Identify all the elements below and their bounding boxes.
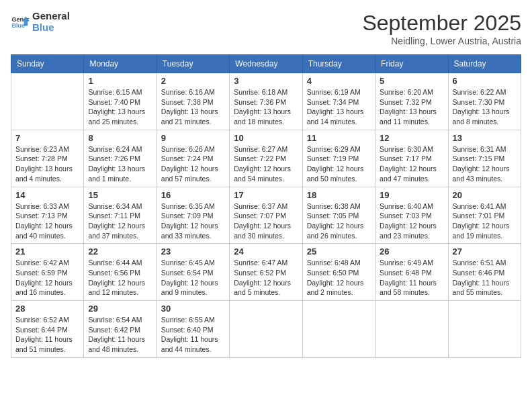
day-info: Sunrise: 6:41 AMSunset: 7:01 PMDaylight:…	[453, 201, 517, 241]
day-info: Sunrise: 6:40 AMSunset: 7:03 PMDaylight:…	[380, 201, 443, 241]
day-info: Sunrise: 6:18 AMSunset: 7:36 PMDaylight:…	[234, 87, 298, 127]
day-info: Sunrise: 6:55 AMSunset: 6:40 PMDaylight:…	[161, 315, 225, 355]
logo-blue: Blue	[32, 22, 70, 34]
month-title: September 2025	[362, 11, 521, 36]
calendar-cell	[302, 301, 375, 358]
day-info: Sunrise: 6:42 AMSunset: 6:59 PMDaylight:…	[15, 258, 79, 298]
calendar-cell: 14Sunrise: 6:33 AMSunset: 7:13 PMDayligh…	[11, 187, 84, 244]
logo-general: General	[32, 11, 70, 22]
calendar-cell: 20Sunrise: 6:41 AMSunset: 7:01 PMDayligh…	[448, 187, 521, 244]
day-info: Sunrise: 6:38 AMSunset: 7:05 PMDaylight:…	[307, 201, 371, 241]
day-number: 6	[453, 76, 517, 86]
day-number: 23	[161, 246, 225, 257]
day-info: Sunrise: 6:23 AMSunset: 7:28 PMDaylight:…	[15, 144, 79, 184]
calendar-cell: 19Sunrise: 6:40 AMSunset: 7:03 PMDayligh…	[375, 187, 448, 244]
calendar-cell: 29Sunrise: 6:54 AMSunset: 6:42 PMDayligh…	[84, 301, 157, 358]
day-number: 29	[88, 304, 152, 314]
weekday-header-wednesday: Wednesday	[230, 55, 302, 73]
day-info: Sunrise: 6:31 AMSunset: 7:15 PMDaylight:…	[453, 144, 517, 184]
calendar-cell: 10Sunrise: 6:27 AMSunset: 7:22 PMDayligh…	[230, 130, 302, 187]
day-info: Sunrise: 6:19 AMSunset: 7:34 PMDaylight:…	[307, 87, 371, 127]
day-info: Sunrise: 6:15 AMSunset: 7:40 PMDaylight:…	[88, 87, 152, 127]
calendar-cell: 6Sunrise: 6:22 AMSunset: 7:30 PMDaylight…	[448, 73, 521, 130]
weekday-header-sunday: Sunday	[11, 55, 84, 73]
calendar-cell: 12Sunrise: 6:30 AMSunset: 7:17 PMDayligh…	[375, 130, 448, 187]
weekday-header-monday: Monday	[84, 55, 157, 73]
day-info: Sunrise: 6:35 AMSunset: 7:09 PMDaylight:…	[161, 201, 225, 241]
day-number: 7	[15, 133, 79, 143]
calendar-cell	[448, 301, 521, 358]
day-info: Sunrise: 6:34 AMSunset: 7:11 PMDaylight:…	[88, 201, 152, 241]
day-number: 2	[161, 76, 225, 86]
calendar-cell: 18Sunrise: 6:38 AMSunset: 7:05 PMDayligh…	[302, 187, 375, 244]
calendar-cell: 30Sunrise: 6:55 AMSunset: 6:40 PMDayligh…	[157, 301, 229, 358]
calendar-cell: 13Sunrise: 6:31 AMSunset: 7:15 PMDayligh…	[448, 130, 521, 187]
weekday-header-thursday: Thursday	[302, 55, 375, 73]
calendar-week-5: 28Sunrise: 6:52 AMSunset: 6:44 PMDayligh…	[11, 301, 521, 358]
day-number: 20	[453, 190, 517, 200]
calendar-cell: 28Sunrise: 6:52 AMSunset: 6:44 PMDayligh…	[11, 301, 84, 358]
day-number: 25	[307, 246, 371, 257]
day-number: 27	[453, 246, 517, 257]
day-number: 8	[88, 133, 152, 143]
day-info: Sunrise: 6:52 AMSunset: 6:44 PMDaylight:…	[15, 315, 79, 355]
day-info: Sunrise: 6:29 AMSunset: 7:19 PMDaylight:…	[307, 144, 371, 184]
day-number: 15	[88, 190, 152, 200]
day-number: 17	[234, 190, 298, 200]
calendar-cell: 26Sunrise: 6:49 AMSunset: 6:48 PMDayligh…	[375, 244, 448, 301]
calendar-cell: 21Sunrise: 6:42 AMSunset: 6:59 PMDayligh…	[11, 244, 84, 301]
day-info: Sunrise: 6:20 AMSunset: 7:32 PMDaylight:…	[380, 87, 443, 127]
day-number: 10	[234, 133, 298, 143]
weekday-header-row: SundayMondayTuesdayWednesdayThursdayFrid…	[11, 55, 521, 73]
logo-icon: General Blue	[11, 13, 30, 32]
day-info: Sunrise: 6:16 AMSunset: 7:38 PMDaylight:…	[161, 87, 225, 127]
calendar-cell: 5Sunrise: 6:20 AMSunset: 7:32 PMDaylight…	[375, 73, 448, 130]
svg-text:Blue: Blue	[11, 22, 25, 29]
day-info: Sunrise: 6:24 AMSunset: 7:26 PMDaylight:…	[88, 144, 152, 184]
day-number: 12	[380, 133, 443, 143]
day-info: Sunrise: 6:45 AMSunset: 6:54 PMDaylight:…	[161, 258, 225, 298]
day-number: 16	[161, 190, 225, 200]
day-info: Sunrise: 6:54 AMSunset: 6:42 PMDaylight:…	[88, 315, 152, 355]
day-info: Sunrise: 6:44 AMSunset: 6:56 PMDaylight:…	[88, 258, 152, 298]
weekday-header-friday: Friday	[375, 55, 448, 73]
calendar-cell	[375, 301, 448, 358]
calendar-cell: 16Sunrise: 6:35 AMSunset: 7:09 PMDayligh…	[157, 187, 229, 244]
location: Neidling, Lower Austria, Austria	[362, 36, 521, 46]
calendar-cell: 3Sunrise: 6:18 AMSunset: 7:36 PMDaylight…	[230, 73, 302, 130]
calendar-week-4: 21Sunrise: 6:42 AMSunset: 6:59 PMDayligh…	[11, 244, 521, 301]
calendar-cell: 9Sunrise: 6:26 AMSunset: 7:24 PMDaylight…	[157, 130, 229, 187]
calendar-week-1: 1Sunrise: 6:15 AMSunset: 7:40 PMDaylight…	[11, 73, 521, 130]
calendar-cell: 11Sunrise: 6:29 AMSunset: 7:19 PMDayligh…	[302, 130, 375, 187]
day-number: 26	[380, 246, 443, 257]
calendar-cell: 27Sunrise: 6:51 AMSunset: 6:46 PMDayligh…	[448, 244, 521, 301]
calendar-week-2: 7Sunrise: 6:23 AMSunset: 7:28 PMDaylight…	[11, 130, 521, 187]
calendar-cell: 22Sunrise: 6:44 AMSunset: 6:56 PMDayligh…	[84, 244, 157, 301]
day-number: 14	[15, 190, 79, 200]
day-info: Sunrise: 6:48 AMSunset: 6:50 PMDaylight:…	[307, 258, 371, 298]
day-info: Sunrise: 6:47 AMSunset: 6:52 PMDaylight:…	[234, 258, 298, 298]
day-info: Sunrise: 6:27 AMSunset: 7:22 PMDaylight:…	[234, 144, 298, 184]
day-number: 21	[15, 246, 79, 257]
calendar-cell: 8Sunrise: 6:24 AMSunset: 7:26 PMDaylight…	[84, 130, 157, 187]
day-number: 24	[234, 246, 298, 257]
calendar-cell: 4Sunrise: 6:19 AMSunset: 7:34 PMDaylight…	[302, 73, 375, 130]
day-number: 9	[161, 133, 225, 143]
calendar-cell: 17Sunrise: 6:37 AMSunset: 7:07 PMDayligh…	[230, 187, 302, 244]
calendar-cell: 7Sunrise: 6:23 AMSunset: 7:28 PMDaylight…	[11, 130, 84, 187]
weekday-header-saturday: Saturday	[448, 55, 521, 73]
day-info: Sunrise: 6:49 AMSunset: 6:48 PMDaylight:…	[380, 258, 443, 298]
logo: General Blue General Blue	[11, 11, 70, 33]
calendar-cell: 25Sunrise: 6:48 AMSunset: 6:50 PMDayligh…	[302, 244, 375, 301]
day-number: 11	[307, 133, 371, 143]
day-number: 22	[88, 246, 152, 257]
day-info: Sunrise: 6:33 AMSunset: 7:13 PMDaylight:…	[15, 201, 79, 241]
day-info: Sunrise: 6:37 AMSunset: 7:07 PMDaylight:…	[234, 201, 298, 241]
calendar-cell: 15Sunrise: 6:34 AMSunset: 7:11 PMDayligh…	[84, 187, 157, 244]
calendar-cell: 1Sunrise: 6:15 AMSunset: 7:40 PMDaylight…	[84, 73, 157, 130]
title-block: September 2025 Neidling, Lower Austria, …	[362, 11, 521, 46]
day-number: 18	[307, 190, 371, 200]
calendar-cell	[230, 301, 302, 358]
calendar-cell: 2Sunrise: 6:16 AMSunset: 7:38 PMDaylight…	[157, 73, 229, 130]
day-number: 1	[88, 76, 152, 86]
